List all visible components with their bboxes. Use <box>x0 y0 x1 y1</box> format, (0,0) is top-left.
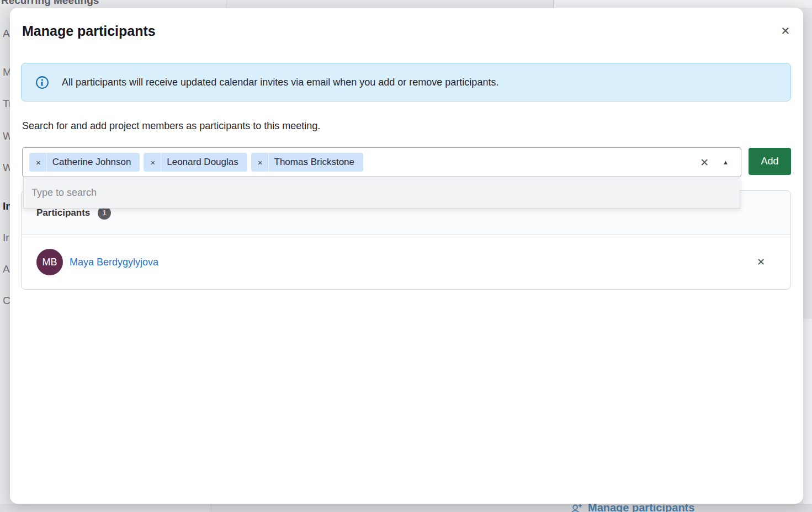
modal-title: Manage participants <box>22 23 156 39</box>
info-icon <box>35 76 49 89</box>
token-label: Catherine Johnson <box>47 157 140 168</box>
background-manage-participants-link[interactable]: Manage participants <box>570 504 694 512</box>
background-list-item: Ir <box>3 232 9 244</box>
alert-text: All participants will receive updated ca… <box>62 77 498 88</box>
participant-row: MB Maya Berdygylyjova ✕ <box>22 235 790 289</box>
background-list-item: A <box>3 28 10 40</box>
background-manage-participants-label: Manage participants <box>588 504 694 512</box>
token-chip: × Thomas Brickstone <box>251 153 363 172</box>
search-dropdown: Type to search <box>23 177 740 209</box>
background-panel-middle <box>226 0 554 8</box>
background-right-edge: it ⚙ <box>803 8 812 504</box>
person-plus-icon <box>570 504 582 512</box>
background-right-panel: it ⚙ <box>803 319 812 504</box>
background-left-edge-list: A M Tr W W In Ir A C <box>0 8 10 504</box>
background-list-item: M <box>3 66 10 78</box>
token-remove-icon[interactable]: × <box>144 153 161 172</box>
background-bottom-right: Manage participants <box>211 504 812 512</box>
participant-name-link[interactable]: Maya Berdygylyjova <box>70 257 158 268</box>
remove-participant-icon[interactable]: ✕ <box>751 253 771 271</box>
token-label: Leonard Douglas <box>161 157 247 168</box>
background-list-item-active: In <box>3 200 10 212</box>
info-alert: All participants will receive updated ca… <box>21 63 791 102</box>
participants-header-label: Participants <box>36 207 90 218</box>
close-icon[interactable]: ✕ <box>776 21 795 41</box>
participant-search-input[interactable]: × Catherine Johnson × Leonard Douglas × … <box>22 147 741 177</box>
token-remove-icon[interactable]: × <box>29 153 47 172</box>
add-button[interactable]: Add <box>749 148 791 175</box>
avatar: MB <box>36 249 63 275</box>
clear-all-icon[interactable]: ✕ <box>697 156 712 169</box>
chevron-up-icon[interactable]: ▲ <box>716 159 734 166</box>
token-chip: × Catherine Johnson <box>29 153 140 172</box>
token-label: Thomas Brickstone <box>269 157 364 168</box>
background-heading-recurring-meetings: Recurring Meetings <box>1 0 99 7</box>
token-remove-icon[interactable]: × <box>251 153 269 172</box>
background-list-item: Tr <box>3 98 10 110</box>
background-panel-right <box>554 0 812 8</box>
background-list-item: C <box>3 295 10 307</box>
token-chip: × Leonard Douglas <box>144 153 247 172</box>
dropdown-hint: Type to search <box>24 177 740 208</box>
background-bottom-left <box>0 504 211 512</box>
modal-description: Search for and add project members as pa… <box>22 120 320 132</box>
manage-participants-modal: Manage participants ✕ All participants w… <box>10 8 803 504</box>
background-list-item: W <box>3 130 10 142</box>
background-panel-left: Recurring Meetings <box>0 0 226 8</box>
background-list-item: W <box>3 162 10 174</box>
background-list-item: A <box>3 263 10 275</box>
